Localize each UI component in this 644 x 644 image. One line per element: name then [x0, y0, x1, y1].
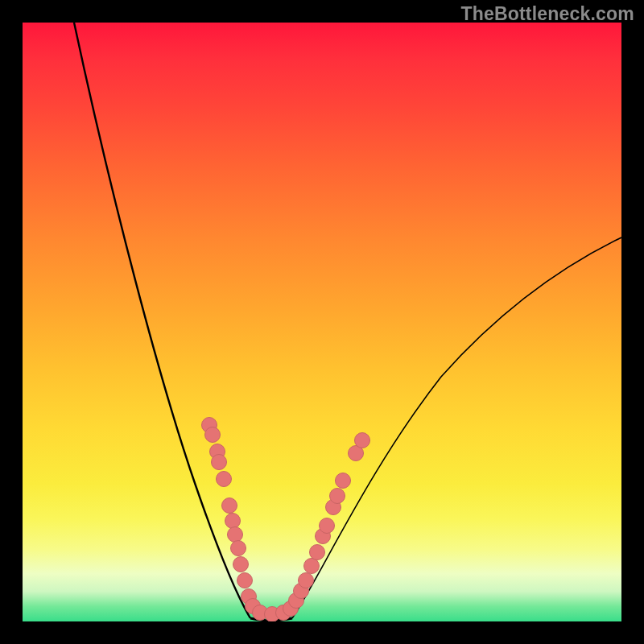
watermark-text: TheBottleneck.com — [460, 3, 634, 25]
data-marker — [237, 573, 253, 588]
data-marker — [228, 527, 243, 543]
data-marker — [299, 573, 314, 588]
data-marker — [304, 559, 320, 574]
data-marker — [330, 489, 345, 504]
data-marker — [205, 427, 221, 443]
curve-right-branch — [292, 237, 621, 618]
data-marker — [355, 433, 370, 448]
data-marker — [233, 557, 249, 572]
bottleneck-curve — [23, 23, 621, 621]
curve-left-branch — [74, 23, 250, 618]
data-marker — [310, 545, 325, 560]
data-marker — [222, 498, 237, 514]
data-marker — [212, 455, 227, 470]
marker-group — [202, 418, 370, 622]
data-marker — [217, 472, 232, 487]
data-marker — [225, 514, 241, 529]
data-marker — [231, 541, 246, 556]
data-marker — [336, 473, 351, 489]
chart-plot-area — [23, 23, 621, 621]
data-marker — [320, 518, 335, 534]
